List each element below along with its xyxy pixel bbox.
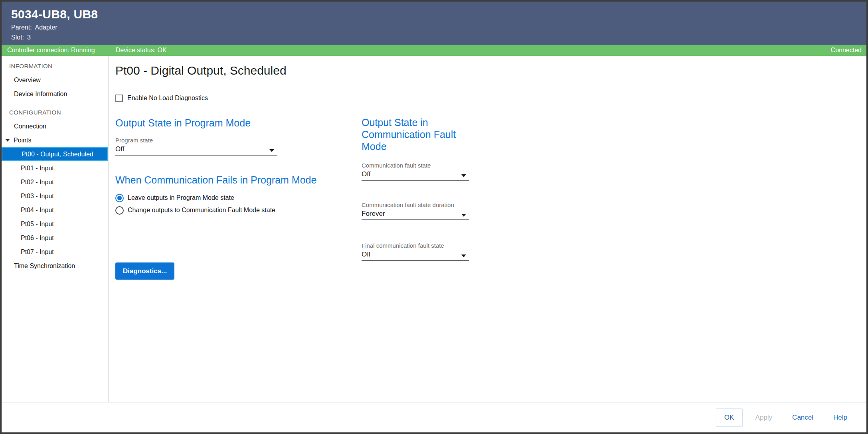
window-body: INFORMATION Overview Device Information …: [2, 56, 866, 402]
when-communication-fails-heading: When Communication Fails in Program Mode: [115, 174, 347, 186]
slot-value: 3: [27, 34, 31, 41]
points-expander-icon[interactable]: [5, 139, 10, 142]
footer-button-bar: OK Apply Cancel Help: [2, 402, 866, 432]
leave-outputs-radio-label: Leave outputs in Program Mode state: [128, 194, 234, 201]
sidebar-item-points-label: Points: [14, 133, 31, 147]
sidebar-item-points[interactable]: Points: [2, 133, 108, 147]
device-title: 5034-UB8, UB8: [11, 8, 866, 21]
sidebar-section-information: INFORMATION: [2, 59, 108, 73]
apply-button[interactable]: Apply: [748, 409, 780, 426]
sidebar-section-configuration: CONFIGURATION: [2, 105, 108, 119]
help-button[interactable]: Help: [826, 409, 854, 426]
sidebar-item-time-synchronization[interactable]: Time Synchronization: [2, 259, 108, 273]
final-communication-fault-state-dropdown[interactable]: Off: [362, 251, 469, 261]
final-communication-fault-state-value: Off: [362, 251, 370, 258]
communication-fault-duration-label: Communication fault state duration: [362, 201, 477, 209]
diagnostics-button[interactable]: Diagnostics...: [115, 262, 174, 280]
sidebar-item-pt03[interactable]: Pt03 - Input: [2, 189, 108, 203]
chevron-down-icon: [269, 149, 274, 152]
sidebar-item-pt04[interactable]: Pt04 - Input: [2, 203, 108, 217]
chevron-down-icon: [461, 214, 466, 217]
communication-fault-state-dropdown[interactable]: Off: [362, 170, 469, 181]
leave-outputs-radio[interactable]: [115, 194, 124, 202]
main-content: Pt00 - Digital Output, Scheduled Enable …: [109, 56, 866, 402]
sidebar-item-pt00[interactable]: Pt00 - Output, Scheduled: [2, 147, 108, 161]
navigation-sidebar: INFORMATION Overview Device Information …: [2, 56, 109, 402]
header: 5034-UB8, UB8 Parent:Adapter Slot:3: [2, 2, 866, 45]
radio-dot: [117, 196, 122, 200]
parent-value: Adapter: [35, 24, 57, 31]
slot-label: Slot:: [11, 34, 24, 41]
communication-fault-state-value: Off: [362, 170, 370, 178]
enable-no-load-diagnostics-row[interactable]: Enable No Load Diagnostics: [115, 94, 347, 103]
controller-connection-status: Controller connection: Running: [7, 47, 95, 54]
communication-fault-duration-dropdown[interactable]: Forever: [362, 210, 469, 220]
sidebar-item-pt01[interactable]: Pt01 - Input: [2, 161, 108, 175]
chevron-down-icon: [461, 174, 466, 177]
sidebar-item-pt07[interactable]: Pt07 - Input: [2, 245, 108, 259]
sidebar-item-pt05[interactable]: Pt05 - Input: [2, 217, 108, 231]
program-state-label: Program state: [115, 137, 347, 144]
output-state-comm-fault-heading: Output State in Communication Fault Mode: [362, 116, 477, 152]
cancel-button[interactable]: Cancel: [785, 409, 821, 426]
page-title: Pt00 - Digital Output, Scheduled: [115, 63, 347, 78]
sidebar-item-connection[interactable]: Connection: [2, 119, 108, 133]
left-column: Pt00 - Digital Output, Scheduled Enable …: [115, 63, 347, 280]
right-column: Output State in Communication Fault Mode…: [362, 56, 477, 261]
status-bar: Controller connection: Running Device st…: [2, 45, 866, 56]
change-outputs-radio-row[interactable]: Change outputs to Communication Fault Mo…: [115, 206, 347, 215]
change-outputs-radio[interactable]: [115, 206, 124, 215]
leave-outputs-radio-row[interactable]: Leave outputs in Program Mode state: [115, 193, 347, 202]
connection-state-badge: Connected: [831, 47, 862, 54]
program-state-dropdown[interactable]: Off: [115, 145, 277, 156]
sidebar-item-overview[interactable]: Overview: [2, 73, 108, 87]
parent-label: Parent:: [11, 24, 32, 31]
slot-line: Slot:3: [11, 34, 866, 41]
sidebar-item-pt06[interactable]: Pt06 - Input: [2, 231, 108, 245]
final-communication-fault-state-label: Final communication fault state: [362, 242, 477, 249]
ok-button[interactable]: OK: [716, 408, 743, 427]
parent-line: Parent:Adapter: [11, 24, 866, 31]
enable-no-load-diagnostics-checkbox[interactable]: [115, 95, 123, 102]
sidebar-item-device-information[interactable]: Device Information: [2, 87, 108, 101]
communication-fault-state-label: Communication fault state: [362, 162, 477, 169]
device-profile-window: 5034-UB8, UB8 Parent:Adapter Slot:3 Cont…: [0, 0, 868, 434]
change-outputs-radio-label: Change outputs to Communication Fault Mo…: [128, 207, 275, 214]
chevron-down-icon: [461, 254, 466, 257]
enable-no-load-diagnostics-label: Enable No Load Diagnostics: [127, 95, 208, 102]
output-state-program-mode-heading: Output State in Program Mode: [115, 117, 347, 129]
communication-fault-duration-value: Forever: [362, 210, 385, 218]
sidebar-item-pt02[interactable]: Pt02 - Input: [2, 175, 108, 189]
program-state-value: Off: [115, 145, 124, 153]
device-status: Device status: OK: [116, 47, 167, 54]
